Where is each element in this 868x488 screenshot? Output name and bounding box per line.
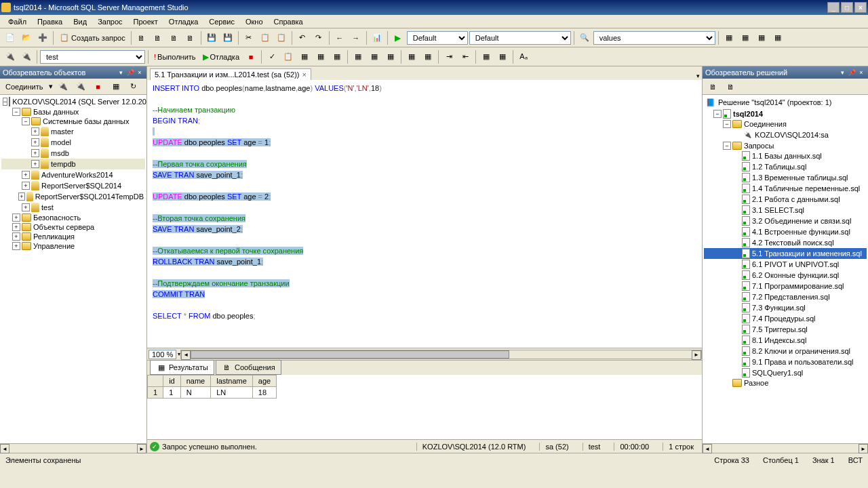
menu-service[interactable]: Сервис xyxy=(203,16,240,27)
sql-file-item[interactable]: 7.1 Программирование.sql xyxy=(704,281,867,291)
comment-icon[interactable]: ▦ xyxy=(404,49,419,64)
tb-q-1[interactable]: ▦ xyxy=(297,49,312,64)
oe-hscroll[interactable]: ◄► xyxy=(0,443,146,453)
se-close-icon[interactable]: × xyxy=(857,68,865,77)
oe-icon-2[interactable]: 🔌 xyxy=(73,79,88,94)
uncomment-icon[interactable]: ▦ xyxy=(420,49,435,64)
menu-file[interactable]: Файл xyxy=(3,16,32,27)
sql-file-item[interactable]: SQLQuery1.sql xyxy=(704,367,867,378)
connect-icon[interactable]: 🔌 xyxy=(3,49,18,64)
close-button[interactable]: × xyxy=(854,2,867,13)
dropdown-icon[interactable]: ▾ xyxy=(117,68,125,77)
sql-file-item[interactable]: 6.1 PIVOT и UNPIVOT.sql xyxy=(704,259,867,270)
nav-back-icon[interactable]: ← xyxy=(332,30,347,45)
sql-file-item[interactable]: 7.4 Процедуры.sql xyxy=(704,313,867,324)
plan-icon[interactable]: 📋 xyxy=(281,49,296,64)
sql-file-item[interactable]: 1.1 Базы данных.sql xyxy=(704,150,867,161)
sql-file-item[interactable]: 4.2 Текстовый поиск.sql xyxy=(704,237,867,248)
sql-file-item[interactable]: 3.2 Объединение и связи.sql xyxy=(704,216,867,226)
project-node[interactable]: −tsql2014 xyxy=(704,108,867,119)
menu-query[interactable]: Запрос xyxy=(92,16,127,27)
tb-icon-4[interactable]: 🗎 xyxy=(183,30,198,45)
tab-overflow-icon[interactable]: ▾ xyxy=(694,72,702,80)
db-test[interactable]: +test xyxy=(1,202,145,213)
sql-file-item[interactable]: 5.1 Транзакции и изменения.sql xyxy=(704,248,867,259)
sql-editor[interactable]: INSERT INTO dbo.peoples(name,lastname,ag… xyxy=(147,80,702,348)
results-tab[interactable]: ▦Результаты xyxy=(150,360,214,375)
se-icon-1[interactable]: 🗎 xyxy=(705,79,720,94)
misc-node[interactable]: Разное xyxy=(704,378,867,388)
tb-q-b[interactable]: ▦ xyxy=(495,49,510,64)
tb-q-3[interactable]: ▦ xyxy=(330,49,344,64)
menu-project[interactable]: Проект xyxy=(128,16,163,27)
tb-q-2[interactable]: ▦ xyxy=(313,49,328,64)
se-pin-icon[interactable]: 📌 xyxy=(848,68,856,77)
menu-debug[interactable]: Отладка xyxy=(163,16,203,27)
sql-file-item[interactable]: 1.2 Таблицы.sql xyxy=(704,161,867,172)
menu-edit[interactable]: Правка xyxy=(32,16,68,27)
sql-file-item[interactable]: 7.3 Функции.sql xyxy=(704,302,867,313)
execute-button[interactable]: !Выполнить xyxy=(151,53,199,61)
close-panel-icon[interactable]: × xyxy=(136,68,144,77)
undo-icon[interactable]: ↶ xyxy=(295,30,310,45)
connect-button[interactable]: Соединить xyxy=(3,83,46,91)
paste-icon[interactable]: 📋 xyxy=(274,30,289,45)
sql-file-item[interactable]: 4.1 Встроенные функции.sql xyxy=(704,226,867,237)
oe-filter-icon[interactable]: ▦ xyxy=(108,79,123,94)
oe-stop-icon[interactable]: ■ xyxy=(91,79,106,94)
sql-file-item[interactable]: 2.1 Работа с данными.sql xyxy=(704,194,867,205)
se-dropdown-icon[interactable]: ▾ xyxy=(838,68,846,77)
disconnect-icon[interactable]: 🔌 xyxy=(19,49,34,64)
db-reportserver[interactable]: +ReportServer$SQL2014 xyxy=(1,180,145,191)
connection-item[interactable]: 🔌 KOZLOV\SQL2014:sa xyxy=(704,129,867,141)
server-node[interactable]: −KOZLOV\SQL2014 (SQL Server 12.0.20 xyxy=(1,96,145,107)
find-combo[interactable]: values xyxy=(593,31,715,45)
menu-view[interactable]: Вид xyxy=(68,16,92,27)
minimize-button[interactable]: _ xyxy=(827,2,840,13)
editor-hscroll[interactable]: ◄► xyxy=(180,350,702,359)
nav-fwd-icon[interactable]: → xyxy=(349,30,363,45)
tb-misc-2[interactable]: ▦ xyxy=(738,30,753,45)
db-adventureworks[interactable]: +AdventureWorks2014 xyxy=(1,169,145,180)
tb-icon-3[interactable]: 🗎 xyxy=(167,30,182,45)
tb-misc-4[interactable]: ▦ xyxy=(770,30,785,45)
databases-node[interactable]: −Базы данных xyxy=(1,107,145,117)
sql-file-item[interactable]: 1.3 Временные таблицы.sql xyxy=(704,172,867,183)
debug-button[interactable]: ▶Отладка xyxy=(200,52,242,62)
connections-node[interactable]: −Соединения xyxy=(704,119,867,129)
queries-node[interactable]: −Запросы xyxy=(704,141,867,150)
object-explorer-tree[interactable]: −KOZLOV\SQL2014 (SQL Server 12.0.20 −Баз… xyxy=(0,95,146,443)
parse-icon[interactable]: ✓ xyxy=(264,49,279,64)
maximize-button[interactable]: □ xyxy=(841,2,853,13)
messages-tab[interactable]: 🗎Сообщения xyxy=(216,360,281,375)
sql-file-item[interactable]: 8.2 Ключи и ограничения.sql xyxy=(704,346,867,357)
system-databases-node[interactable]: −Системные базы данных xyxy=(1,117,145,126)
new-project-icon[interactable]: 📄 xyxy=(3,30,18,45)
find-icon[interactable]: 🔍 xyxy=(577,30,592,45)
pin-icon[interactable]: 📌 xyxy=(126,68,134,77)
results-grid-area[interactable]: id name lastname age 1 1 N LN 18 xyxy=(147,375,702,439)
sql-file-item[interactable]: 3.1 SELECT.sql xyxy=(704,205,867,216)
tb-misc-3[interactable]: ▦ xyxy=(754,30,769,45)
server-objects-node[interactable]: +Объекты сервера xyxy=(1,222,145,232)
col-lastname[interactable]: lastname xyxy=(211,375,253,387)
sql-file-item[interactable]: 1.4 Табличные переменные.sql xyxy=(704,183,867,194)
redo-icon[interactable]: ↷ xyxy=(311,30,326,45)
security-node[interactable]: +Безопасность xyxy=(1,213,145,222)
col-age[interactable]: age xyxy=(252,375,276,387)
new-query-button[interactable]: 📋Создать запрос xyxy=(56,33,128,43)
activity-icon[interactable]: 📊 xyxy=(370,30,384,45)
results-grid-icon[interactable]: ▦ xyxy=(351,49,366,64)
replication-node[interactable]: +Репликация xyxy=(1,232,145,241)
zoom-level[interactable]: 100 % xyxy=(149,350,176,359)
play-icon[interactable]: ▶ xyxy=(391,30,406,45)
db-model[interactable]: +model xyxy=(1,137,145,148)
save-all-icon[interactable]: 💾 xyxy=(220,30,235,45)
tb-q-c[interactable]: Aₐ xyxy=(516,49,531,64)
sql-file-item[interactable]: 7.2 Представления.sql xyxy=(704,291,867,302)
db-reportserver-temp[interactable]: +ReportServer$SQL2014TempDB xyxy=(1,191,145,202)
oe-refresh-icon[interactable]: ↻ xyxy=(126,79,141,94)
col-name[interactable]: name xyxy=(180,375,211,387)
config-combo-1[interactable]: Default xyxy=(407,31,468,45)
tb-misc-1[interactable]: ▦ xyxy=(722,30,736,45)
